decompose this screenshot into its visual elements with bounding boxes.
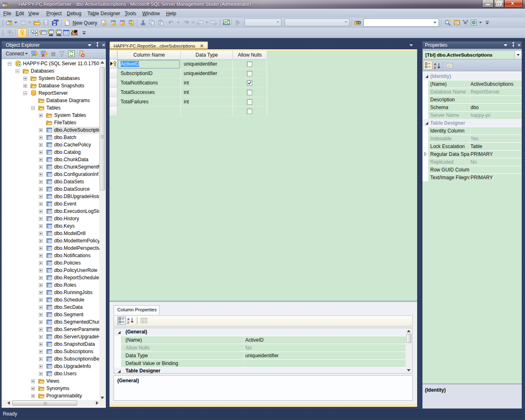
svg-text:DMX: DMX xyxy=(120,20,125,23)
svg-text:LA: LA xyxy=(129,22,132,24)
svg-text:AB: AB xyxy=(49,34,53,37)
svg-text:A: A xyxy=(434,62,436,66)
svg-text:XML: XML xyxy=(56,34,62,37)
svg-text:Z: Z xyxy=(127,321,129,324)
svg-text:MDX: MDX xyxy=(111,20,116,23)
svg-text:Z: Z xyxy=(434,66,436,69)
